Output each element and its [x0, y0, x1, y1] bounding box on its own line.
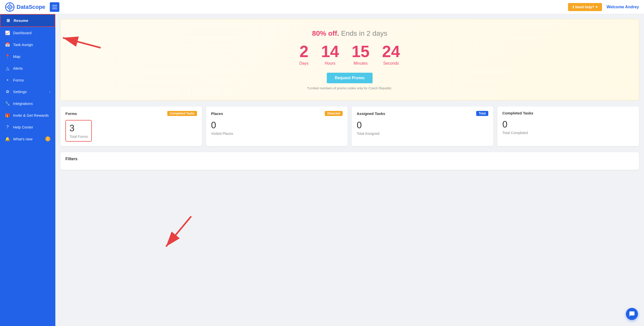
sidebar-label-integrations: Integrations — [13, 101, 33, 106]
countdown-seconds: 24 Seconds — [382, 44, 400, 66]
header-left: DataScope — [5, 2, 59, 12]
header: DataScope ℹ Need help? ▾ Welcome Andrey — [0, 0, 644, 14]
chat-button[interactable] — [626, 308, 638, 320]
invite-rewards-icon: 🎁 — [5, 113, 10, 118]
sidebar-label-alerts: Alerts — [13, 66, 23, 70]
sidebar-label-resume: Resume — [14, 18, 28, 23]
stat-title-assigned-tasks: Assigned Tasks — [357, 111, 385, 116]
sidebar-label-dashboard: Dashboard — [13, 31, 31, 35]
whats-new-icon: 🔔 — [5, 137, 10, 141]
sidebar-label-whats-new: What's new — [13, 137, 32, 141]
need-help-label: Need help? — [575, 5, 594, 9]
welcome-text: Welcome Andrey — [607, 5, 639, 9]
filters-section: Filters — [60, 152, 639, 170]
promo-note: *Limited numbers of promo codes only for… — [66, 86, 634, 90]
sidebar-item-whats-new[interactable]: 🔔What's new1 — [0, 133, 55, 145]
sidebar-label-help-center: Help Center — [13, 125, 33, 129]
stat-highlighted-forms: 3Total Forms — [65, 120, 92, 142]
sidebar-item-invite-rewards[interactable]: 🎁Invite & Get Rewards — [0, 109, 55, 121]
promo-banner: 80% off. Ends in 2 days 2 Days 14 Hours … — [60, 19, 639, 100]
resume-icon: ⊞ — [6, 18, 11, 23]
task-assign-icon: 📅 — [5, 42, 10, 47]
integrations-icon: 🔧 — [5, 101, 10, 106]
sidebar-label-invite-rewards: Invite & Get Rewards — [13, 113, 49, 117]
stat-header-forms: FormsCompleted Tasks — [65, 111, 197, 116]
stat-card-assigned-tasks: Assigned TasksTotal0Total Assigned — [352, 106, 493, 146]
chat-icon — [629, 311, 635, 317]
whats-new-badge: 1 — [45, 136, 50, 141]
days-value: 2 — [299, 44, 308, 60]
stat-card-places: PlacesDetected0Visited Places — [206, 106, 348, 146]
countdown-minutes: 15 Minutes — [352, 44, 370, 66]
sidebar-label-map: Map — [13, 54, 20, 59]
stat-title-forms: Forms — [65, 111, 77, 116]
promo-highlight: 80% off. — [312, 29, 339, 37]
sidebar-item-help-center[interactable]: ?Help Center — [0, 121, 55, 133]
sidebar-item-alerts[interactable]: △Alerts — [0, 62, 55, 74]
stat-value-assigned-tasks: 0 — [357, 120, 488, 131]
map-icon: 📍 — [5, 54, 10, 59]
hours-value: 14 — [321, 44, 339, 60]
dashboard-icon: 📈 — [5, 30, 10, 35]
stat-badge-places: Detected — [325, 111, 343, 116]
minutes-value: 15 — [352, 44, 370, 60]
stat-header-assigned-tasks: Assigned TasksTotal — [357, 111, 488, 116]
logo: DataScope — [5, 2, 45, 12]
stat-value-forms: 3 — [69, 123, 88, 134]
seconds-value: 24 — [382, 44, 400, 60]
countdown-hours: 14 Hours — [321, 44, 339, 66]
stat-label-completed-tasks: Total Completed — [502, 131, 634, 135]
countdown: 2 Days 14 Hours 15 Minutes 24 Seconds — [66, 44, 634, 66]
info-icon: ℹ — [573, 5, 574, 9]
stat-badge-assigned-tasks: Total — [476, 111, 488, 116]
days-label: Days — [299, 61, 308, 66]
sidebar-label-settings: Settings — [13, 90, 27, 94]
dropdown-icon: ▾ — [596, 5, 597, 9]
minutes-label: Minutes — [352, 61, 370, 66]
stat-title-completed-tasks: Completed Tasks — [502, 111, 533, 115]
stat-card-forms: FormsCompleted Tasks3Total Forms — [60, 106, 202, 146]
main-content: 80% off. Ends in 2 days 2 Days 14 Hours … — [55, 14, 644, 326]
alerts-icon: △ — [5, 66, 10, 71]
sidebar-item-task-assign[interactable]: 📅Task Assign — [0, 39, 55, 51]
stat-badge-forms: Completed Tasks — [167, 111, 197, 116]
hours-label: Hours — [321, 61, 339, 66]
stat-header-places: PlacesDetected — [211, 111, 343, 116]
settings-icon: ⚙ — [5, 89, 10, 94]
logo-text: DataScope — [17, 4, 45, 10]
sidebar-item-map[interactable]: 📍Map — [0, 51, 55, 62]
settings-arrow: ‹ — [49, 90, 50, 94]
hamburger-button[interactable] — [50, 2, 59, 12]
sidebar-item-resume[interactable]: ⊞Resume — [0, 14, 55, 27]
stat-header-completed-tasks: Completed Tasks — [502, 111, 634, 115]
sidebar-item-settings[interactable]: ⚙Settings‹ — [0, 86, 55, 98]
forms-icon: ▪ — [5, 78, 10, 82]
seconds-label: Seconds — [382, 61, 400, 66]
stat-value-places: 0 — [211, 120, 343, 131]
request-promo-button[interactable]: Request Promo — [327, 73, 373, 83]
stats-row: FormsCompleted Tasks3Total FormsPlacesDe… — [60, 106, 639, 146]
need-help-button[interactable]: ℹ Need help? ▾ — [568, 3, 602, 11]
filters-title: Filters — [65, 157, 634, 161]
stat-title-places: Places — [211, 111, 223, 116]
stat-label-places: Visited Places — [211, 132, 343, 136]
svg-point-2 — [9, 6, 11, 8]
stat-label-forms: Total Forms — [69, 135, 88, 139]
stat-label-assigned-tasks: Total Assigned — [357, 132, 488, 136]
countdown-days: 2 Days — [299, 44, 308, 66]
sidebar-item-integrations[interactable]: 🔧Integrations — [0, 98, 55, 109]
header-right: ℹ Need help? ▾ Welcome Andrey — [568, 3, 639, 11]
sidebar-item-dashboard[interactable]: 📈Dashboard — [0, 27, 55, 39]
sidebar-item-forms[interactable]: ▪Forms — [0, 74, 55, 86]
sidebar: ⊞Resume📈Dashboard📅Task Assign📍Map△Alerts… — [0, 14, 55, 326]
sidebar-label-task-assign: Task Assign — [13, 43, 33, 47]
logo-icon — [5, 2, 15, 12]
stat-value-completed-tasks: 0 — [502, 119, 634, 130]
promo-suffix: Ends in 2 days — [341, 29, 387, 37]
promo-title: 80% off. Ends in 2 days — [66, 29, 634, 37]
help-center-icon: ? — [5, 125, 10, 129]
stat-card-completed-tasks: Completed Tasks0Total Completed — [497, 106, 639, 146]
layout: ⊞Resume📈Dashboard📅Task Assign📍Map△Alerts… — [0, 14, 644, 326]
sidebar-label-forms: Forms — [13, 78, 24, 82]
